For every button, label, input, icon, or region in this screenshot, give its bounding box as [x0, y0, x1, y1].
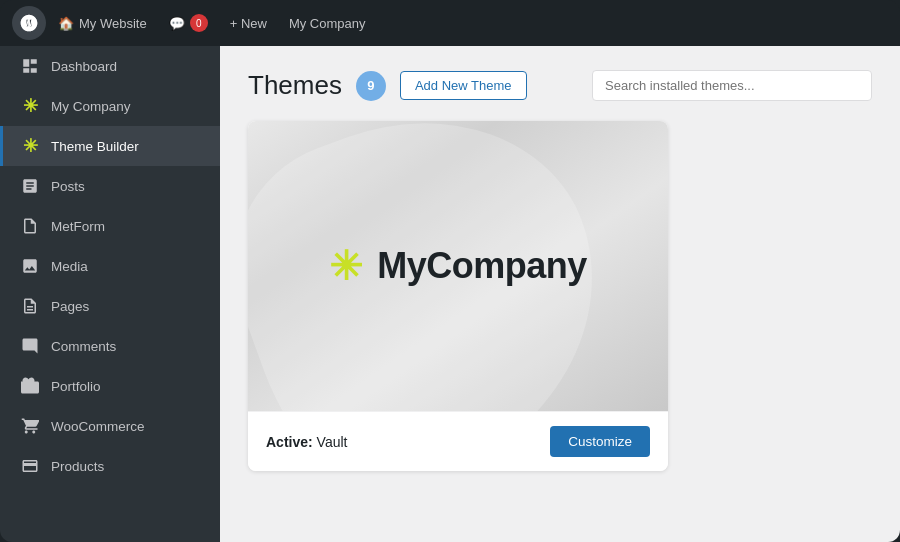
posts-icon	[19, 175, 41, 197]
search-themes-input[interactable]	[592, 70, 872, 101]
main-layout: Dashboard ✳ My Company ✳ Theme Builder P…	[0, 46, 900, 542]
sidebar-item-label: Media	[51, 259, 88, 274]
metform-icon	[19, 215, 41, 237]
comments-icon	[19, 335, 41, 357]
theme-logo: ✳ MyCompany	[329, 245, 587, 287]
sidebar-item-media[interactable]: Media	[0, 246, 220, 286]
sidebar-item-my-company[interactable]: ✳ My Company	[0, 86, 220, 126]
add-new-theme-button[interactable]: Add New Theme	[400, 71, 527, 100]
active-theme-label: Active: Vault	[266, 434, 347, 450]
page-title: Themes	[248, 70, 342, 101]
sidebar-item-label: My Company	[51, 99, 131, 114]
admin-bar: W 🏠 My Website 💬 0 + New My Company	[0, 0, 900, 46]
comment-count: 0	[190, 14, 208, 32]
sidebar-item-label: MetForm	[51, 219, 105, 234]
pages-icon	[19, 295, 41, 317]
woocommerce-icon	[19, 415, 41, 437]
dashboard-icon	[19, 55, 41, 77]
sidebar-item-woocommerce[interactable]: WooCommerce	[0, 406, 220, 446]
main-content: Themes 9 Add New Theme ✳ MyCompany	[220, 46, 900, 542]
products-icon	[19, 455, 41, 477]
sidebar-item-label: Products	[51, 459, 104, 474]
sidebar-item-posts[interactable]: Posts	[0, 166, 220, 206]
sidebar-item-portfolio[interactable]: Portfolio	[0, 366, 220, 406]
company-link[interactable]: My Company	[279, 12, 376, 35]
sidebar-item-comments[interactable]: Comments	[0, 326, 220, 366]
active-theme-card: ✳ MyCompany Active: Vault Customize	[248, 121, 668, 471]
new-label: + New	[230, 16, 267, 31]
theme-preview: ✳ MyCompany	[248, 121, 668, 411]
my-website-link[interactable]: 🏠 My Website	[48, 12, 157, 35]
sidebar-item-label: Comments	[51, 339, 116, 354]
sidebar-item-label: Portfolio	[51, 379, 101, 394]
sidebar: Dashboard ✳ My Company ✳ Theme Builder P…	[0, 46, 220, 542]
new-button[interactable]: + New	[220, 12, 277, 35]
asterisk-icon: ✳	[19, 95, 41, 117]
home-icon: 🏠	[58, 16, 74, 31]
sidebar-item-metform[interactable]: MetForm	[0, 206, 220, 246]
svg-text:W: W	[24, 18, 33, 28]
themes-count-badge: 9	[356, 71, 386, 101]
sidebar-item-products[interactable]: Products	[0, 446, 220, 486]
site-name: My Website	[79, 16, 147, 31]
customize-button[interactable]: Customize	[550, 426, 650, 457]
comments-link[interactable]: 💬 0	[159, 10, 218, 36]
sidebar-item-label: Dashboard	[51, 59, 117, 74]
themes-header: Themes 9 Add New Theme	[248, 70, 872, 101]
theme-footer: Active: Vault Customize	[248, 411, 668, 471]
sidebar-item-label: Posts	[51, 179, 85, 194]
comment-icon: 💬	[169, 16, 185, 31]
sidebar-item-theme-builder[interactable]: ✳ Theme Builder	[0, 126, 220, 166]
sidebar-item-label: WooCommerce	[51, 419, 145, 434]
active-prefix: Active:	[266, 434, 313, 450]
sidebar-item-label: Pages	[51, 299, 89, 314]
media-icon	[19, 255, 41, 277]
portfolio-icon	[19, 375, 41, 397]
asterisk-icon: ✳	[19, 135, 41, 157]
company-label: My Company	[289, 16, 366, 31]
theme-logo-icon: ✳	[329, 246, 363, 286]
wp-logo[interactable]: W	[12, 6, 46, 40]
sidebar-item-pages[interactable]: Pages	[0, 286, 220, 326]
sidebar-item-label: Theme Builder	[51, 139, 139, 154]
sidebar-item-dashboard[interactable]: Dashboard	[0, 46, 220, 86]
theme-logo-text: MyCompany	[377, 245, 587, 287]
active-theme-name: Vault	[317, 434, 348, 450]
